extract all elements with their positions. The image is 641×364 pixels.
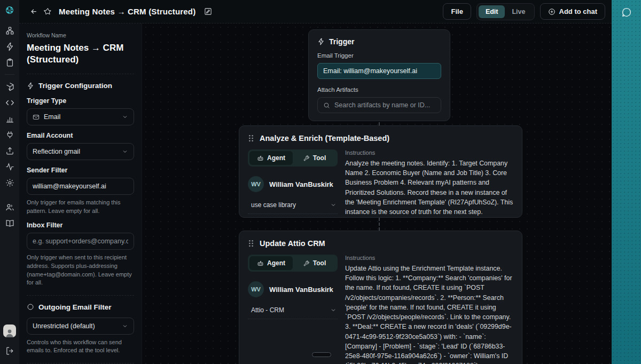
upload-icon[interactable] bbox=[5, 146, 14, 155]
app-window: Meeting Notes → CRM (Structured) File Ed… bbox=[0, 0, 641, 364]
drag-handle-icon[interactable] bbox=[248, 240, 254, 247]
workflow-title: Meeting Notes → CRM (Structured) bbox=[59, 7, 196, 16]
circle-icon bbox=[27, 303, 34, 311]
canvas-scrollbar[interactable] bbox=[312, 352, 331, 357]
edit-title-icon[interactable] bbox=[201, 5, 215, 19]
back-button[interactable] bbox=[27, 5, 41, 19]
outgoing-filter-value: Unrestricted (default) bbox=[33, 322, 118, 330]
chevron-down-icon bbox=[122, 148, 128, 155]
step-instructions-column: Instructions Analyze the meeting notes. … bbox=[345, 149, 513, 217]
sidebar-divider bbox=[27, 363, 134, 363]
workflow-canvas[interactable]: Trigger Email Trigger Email: william@mak… bbox=[142, 23, 612, 364]
package-icon[interactable] bbox=[5, 82, 14, 91]
chevron-down-icon bbox=[122, 323, 128, 329]
inbox-filter-help: Only trigger when sent to this recipient… bbox=[27, 254, 134, 287]
top-bar: Meeting Notes → CRM (Structured) File Ed… bbox=[19, 0, 612, 23]
assignee-avatar: WV bbox=[248, 176, 264, 192]
wrench-icon bbox=[303, 155, 310, 162]
activity-icon[interactable] bbox=[5, 162, 14, 171]
instructions-text[interactable]: Analyze the meeting notes. Identify: 1. … bbox=[345, 159, 513, 217]
sender-filter-input[interactable] bbox=[33, 183, 128, 190]
instructions-text[interactable]: Update Attio using the Enrichment Templa… bbox=[345, 264, 513, 364]
drag-handle-icon[interactable] bbox=[248, 134, 254, 142]
gear-icon[interactable] bbox=[5, 178, 14, 187]
app-logo-icon[interactable] bbox=[5, 5, 14, 15]
topbar-actions: File Edit Live Add to chat bbox=[443, 3, 605, 20]
step-node-analyze-enrich[interactable]: Analyze & Enrich (Template-Based) A bbox=[239, 125, 522, 218]
config-sidebar: Workflow Name Meeting Notes → CRM (Struc… bbox=[19, 23, 142, 364]
trigger-email-chip[interactable]: Email: william@makeyourself.ai bbox=[317, 63, 441, 79]
chevron-down-icon bbox=[122, 114, 128, 120]
outgoing-filter-help: Controls who this workflow can send emai… bbox=[27, 338, 134, 355]
lightning-icon bbox=[27, 82, 34, 90]
logout-icon[interactable] bbox=[5, 346, 14, 355]
chat-panel-strip[interactable] bbox=[612, 0, 641, 364]
trigger-node-title: Trigger bbox=[329, 37, 354, 46]
sender-filter-field bbox=[27, 178, 134, 195]
chat-bubble-icon[interactable] bbox=[621, 6, 632, 20]
rail-divider bbox=[5, 74, 14, 75]
step-title: Update Attio CRM bbox=[260, 239, 325, 248]
step-header: Analyze & Enrich (Template-Based) bbox=[248, 134, 513, 143]
step-instructions-column: Instructions Update Attio using the Enri… bbox=[345, 255, 513, 364]
code-icon[interactable] bbox=[5, 98, 14, 107]
trigger-config-heading: Trigger Configuration bbox=[27, 82, 134, 90]
add-to-chat-button[interactable]: Add to chat bbox=[540, 3, 606, 20]
email-trigger-label: Email Trigger bbox=[317, 52, 441, 59]
sender-filter-label: Sender Filter bbox=[27, 167, 134, 174]
file-button[interactable]: File bbox=[443, 3, 471, 20]
outgoing-filter-select[interactable]: Unrestricted (default) bbox=[27, 318, 134, 335]
email-account-value: Reflection gmail bbox=[33, 148, 118, 155]
attach-artifacts-label: Attach Artifacts bbox=[317, 86, 441, 93]
sender-filter-help: Only trigger for emails matching this pa… bbox=[27, 199, 134, 215]
step-title: Analyze & Enrich (Template-Based) bbox=[260, 134, 389, 143]
email-account-label: Email Account bbox=[27, 132, 134, 139]
wrench-icon bbox=[303, 260, 310, 267]
outgoing-filter-heading: Outgoing Email Filter bbox=[27, 303, 134, 311]
artifact-search-input[interactable] bbox=[334, 101, 435, 109]
robot-icon bbox=[257, 260, 264, 267]
edit-live-toggle: Edit Live bbox=[476, 3, 535, 20]
inbox-filter-input[interactable] bbox=[33, 238, 128, 245]
star-icon[interactable] bbox=[41, 5, 54, 19]
agent-tool-tabs: Agent Tool bbox=[248, 255, 338, 272]
trigger-type-value: Email bbox=[44, 113, 118, 121]
trigger-type-select[interactable]: Email bbox=[27, 108, 134, 125]
edit-mode-tab[interactable]: Edit bbox=[479, 5, 505, 18]
live-mode-tab[interactable]: Live bbox=[505, 5, 532, 18]
assignee-row: WV William VanBuskirk bbox=[248, 281, 338, 297]
assignee-avatar: WV bbox=[248, 281, 264, 297]
instructions-label: Instructions bbox=[345, 255, 513, 261]
bar-chart-icon[interactable] bbox=[5, 114, 14, 123]
search-icon bbox=[323, 102, 330, 109]
inbox-filter-field bbox=[27, 233, 134, 250]
tab-tool[interactable]: Tool bbox=[293, 151, 336, 165]
trigger-node-header: Trigger bbox=[317, 37, 441, 46]
clipboard-icon[interactable] bbox=[5, 58, 14, 67]
step-config-column: Agent Tool WV bbox=[248, 255, 338, 364]
users-icon[interactable] bbox=[5, 202, 14, 212]
instructions-label: Instructions bbox=[345, 149, 513, 156]
workflows-icon[interactable] bbox=[5, 26, 14, 35]
user-avatar[interactable] bbox=[3, 325, 16, 337]
chevron-down-icon bbox=[330, 202, 337, 208]
agent-tool-tabs: Agent Tool bbox=[248, 149, 338, 167]
tool-dropdown[interactable]: Attio - CRM bbox=[248, 303, 338, 319]
workflow-name-value: Meeting Notes → CRM (Structured) bbox=[27, 42, 134, 66]
tab-agent[interactable]: Agent bbox=[249, 151, 293, 165]
plug-icon[interactable] bbox=[5, 130, 14, 139]
workflow-name-label: Workflow Name bbox=[27, 32, 134, 38]
email-account-select[interactable]: Reflection gmail bbox=[27, 143, 134, 160]
add-to-chat-label: Add to chat bbox=[559, 7, 598, 15]
step-node-update-attio[interactable]: Update Attio CRM Agent bbox=[239, 231, 522, 364]
trigger-node[interactable]: Trigger Email Trigger Email: william@mak… bbox=[308, 29, 450, 121]
sidebar-divider bbox=[27, 295, 134, 296]
library-dropdown[interactable]: use case library bbox=[248, 197, 338, 214]
book-icon[interactable] bbox=[5, 218, 14, 228]
assignee-name: William VanBuskirk bbox=[269, 180, 333, 188]
tab-tool[interactable]: Tool bbox=[293, 256, 336, 270]
lightning-icon bbox=[317, 38, 325, 45]
triggers-icon[interactable] bbox=[5, 42, 14, 51]
tab-agent[interactable]: Agent bbox=[249, 256, 293, 270]
sidebar-divider bbox=[27, 74, 134, 74]
